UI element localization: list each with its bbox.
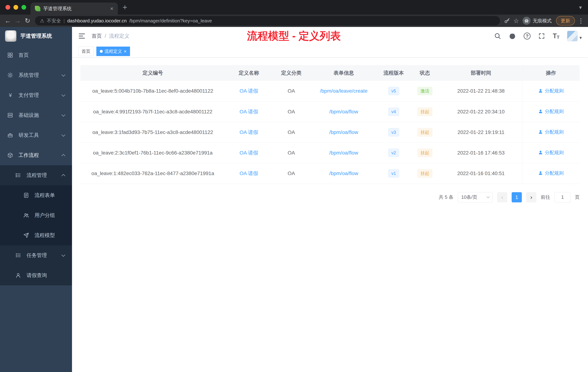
maximize-window-button[interactable] xyxy=(21,5,26,10)
sidebar-item-label: 支付管理 xyxy=(19,92,39,99)
chevron-down-icon xyxy=(486,195,490,198)
font-size-large: T xyxy=(553,32,557,40)
sidebar-item-user-groups[interactable]: 用户分组 xyxy=(0,205,72,225)
sidebar-item-leave-query[interactable]: 请假查询 xyxy=(0,265,72,285)
table-row: oa_leave:4:991f2193-7b7f-11ec-a3c8-acde4… xyxy=(80,101,580,122)
goto-page-input[interactable]: 1 xyxy=(555,192,571,202)
col-header-deploy-time: 部署时间 xyxy=(440,65,522,81)
tab-close-icon[interactable]: × xyxy=(110,6,114,11)
sidebar-item-process-management[interactable]: 流程管理 xyxy=(0,165,72,185)
assign-rule-button[interactable]: 分配规则 xyxy=(538,88,564,94)
tab-search-icon[interactable]: ▾ xyxy=(579,4,582,11)
form-link[interactable]: /bpm/oa/flow xyxy=(329,171,358,176)
sidebar-item-process-form[interactable]: 流程表单 xyxy=(0,185,72,205)
browser-tab[interactable]: 芋道管理系统 × xyxy=(31,2,118,15)
tag-close-icon[interactable]: × xyxy=(124,49,126,54)
table-row: oa_leave:3:1fad3d93-7b75-11ec-a3c8-acde4… xyxy=(80,122,580,142)
reload-button[interactable]: ↻ xyxy=(22,16,32,26)
user-menu[interactable]: ▾ xyxy=(567,31,582,41)
github-icon[interactable] xyxy=(509,33,516,40)
new-tab-button[interactable]: + xyxy=(123,3,127,11)
col-header-category: 定义分类 xyxy=(273,65,310,81)
table-header-row: 定义编号 定义名称 定义分类 表单信息 流程版本 状态 部署时间 操作 xyxy=(80,65,580,81)
sidebar-toggle-icon[interactable] xyxy=(78,33,85,40)
breadcrumb-home[interactable]: 首页 xyxy=(92,33,102,40)
chevron-down-icon xyxy=(62,113,65,117)
table-row: oa_leave:2:3c1f0ef1-76b1-11ec-9c66-a2380… xyxy=(80,142,580,163)
definition-name-link[interactable]: OA 请假 xyxy=(240,129,258,135)
search-icon[interactable] xyxy=(494,33,501,40)
sidebar-item-process-model[interactable]: 流程模型 xyxy=(0,225,72,245)
sidebar-item-infrastructure[interactable]: 基础设施 xyxy=(0,105,72,125)
page-size-value: 10条/页 xyxy=(461,194,477,200)
col-header-status: 状态 xyxy=(410,65,440,81)
sidebar-item-payment[interactable]: ¥ 支付管理 xyxy=(0,85,72,105)
sidebar-item-workflow[interactable]: 工作流程 xyxy=(0,145,72,165)
page-button-1[interactable]: 1 xyxy=(512,192,522,202)
font-size-icon[interactable]: TT xyxy=(553,32,559,40)
chevron-up-icon xyxy=(62,174,65,178)
users-icon xyxy=(23,212,30,218)
assign-rule-label: 分配规则 xyxy=(545,129,564,135)
sidebar-item-task-management[interactable]: 任务管理 xyxy=(0,245,72,265)
form-link[interactable]: /bpm/oa/leave/create xyxy=(320,88,368,94)
chevron-up-icon xyxy=(62,154,65,158)
url-path: /bpm/manager/definition?key=oa_leave xyxy=(129,18,212,24)
definition-name-link[interactable]: OA 请假 xyxy=(240,88,258,94)
user-avatar[interactable] xyxy=(567,31,578,41)
site-favicon-icon xyxy=(35,6,40,11)
help-icon[interactable]: ? xyxy=(524,33,531,40)
definition-name-link[interactable]: OA 请假 xyxy=(240,171,258,176)
page-size-select[interactable]: 10条/页 xyxy=(458,192,493,202)
cell-id: oa_leave:1:482ec033-762a-11ec-8477-a2380… xyxy=(80,163,225,184)
sidebar-item-label: 请假查询 xyxy=(27,272,47,279)
list-icon xyxy=(15,172,21,178)
forward-button[interactable]: → xyxy=(13,16,22,26)
browser-menu-icon[interactable]: ⋮ xyxy=(578,17,584,24)
security-label[interactable]: 不安全 xyxy=(47,18,61,24)
close-window-button[interactable] xyxy=(5,5,10,10)
version-badge: v1 xyxy=(388,169,399,178)
assign-rule-button[interactable]: 分配规则 xyxy=(538,149,564,156)
sidebar-item-label: 系统管理 xyxy=(19,72,39,79)
sidebar-item-devtools[interactable]: 研发工具 xyxy=(0,125,72,145)
definition-name-link[interactable]: OA 请假 xyxy=(240,150,258,156)
status-badge: 挂起 xyxy=(418,169,432,178)
sidebar-logo[interactable]: 芋道管理系统 xyxy=(0,27,72,45)
bookmark-star-icon[interactable]: ☆ xyxy=(512,16,521,25)
fullscreen-icon[interactable] xyxy=(538,33,545,40)
col-header-form: 表单信息 xyxy=(310,65,378,81)
gear-icon xyxy=(7,72,13,78)
chevron-down-icon xyxy=(62,133,65,137)
back-button[interactable]: ← xyxy=(3,16,13,26)
address-bar[interactable]: ⚠ 不安全 | dashboard.yudao.iocoder.cn/bpm/m… xyxy=(35,16,500,25)
table-row: oa_leave:5:004b710b-7b8a-11ec-8ef0-acde4… xyxy=(80,81,580,101)
version-badge: v3 xyxy=(388,128,399,136)
toolbox-icon xyxy=(7,132,13,138)
next-page-button[interactable]: › xyxy=(526,192,536,202)
assign-rule-button[interactable]: 分配规则 xyxy=(538,108,564,115)
goto-label: 前往 xyxy=(541,194,550,200)
assign-rule-label: 分配规则 xyxy=(545,170,564,176)
assign-rule-button[interactable]: 分配规则 xyxy=(538,129,564,135)
form-link[interactable]: /bpm/oa/flow xyxy=(329,129,358,135)
assign-rule-button[interactable]: 分配规则 xyxy=(538,170,564,176)
status-badge: 挂起 xyxy=(418,108,432,116)
prev-page-button[interactable]: ‹ xyxy=(497,192,507,202)
tag-home[interactable]: 首页 xyxy=(78,47,94,56)
checklist-icon xyxy=(15,252,21,258)
main-panel: 首页 / 流程定义 流程模型 - 定义列表 ? TT xyxy=(72,27,588,372)
form-link[interactable]: /bpm/oa/flow xyxy=(329,150,358,156)
paper-plane-icon xyxy=(23,232,30,238)
browser-update-button[interactable]: 更新 xyxy=(556,16,575,25)
definition-name-link[interactable]: OA 请假 xyxy=(240,109,258,114)
tag-process-definition[interactable]: 流程定义 × xyxy=(96,47,130,56)
active-dot xyxy=(100,50,103,53)
sidebar-item-label: 流程管理 xyxy=(27,172,47,179)
cell-id: oa_leave:4:991f2193-7b7f-11ec-a3c8-acde4… xyxy=(80,101,225,122)
sidebar-item-home[interactable]: 首页 xyxy=(0,45,72,65)
sidebar-item-system[interactable]: 系统管理 xyxy=(0,65,72,85)
form-link[interactable]: /bpm/oa/flow xyxy=(329,109,358,114)
minimize-window-button[interactable] xyxy=(13,5,18,10)
password-key-icon[interactable] xyxy=(503,16,512,25)
